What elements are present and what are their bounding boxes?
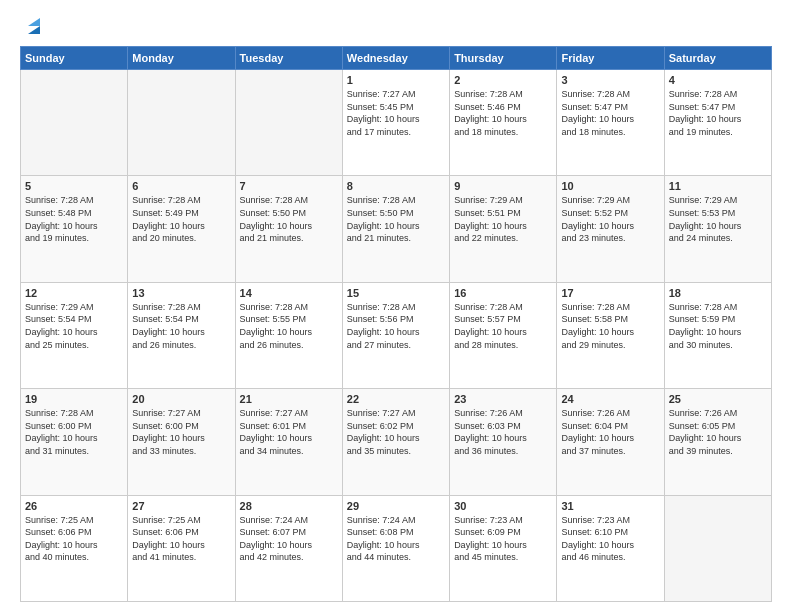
weekday-header-monday: Monday <box>128 47 235 70</box>
day-info: Sunrise: 7:24 AM Sunset: 6:07 PM Dayligh… <box>240 514 338 564</box>
day-info: Sunrise: 7:28 AM Sunset: 5:47 PM Dayligh… <box>561 88 659 138</box>
calendar-cell <box>235 70 342 176</box>
day-info: Sunrise: 7:26 AM Sunset: 6:03 PM Dayligh… <box>454 407 552 457</box>
calendar-cell: 29Sunrise: 7:24 AM Sunset: 6:08 PM Dayli… <box>342 495 449 601</box>
calendar-cell: 14Sunrise: 7:28 AM Sunset: 5:55 PM Dayli… <box>235 282 342 388</box>
calendar-cell <box>21 70 128 176</box>
logo-icon <box>22 16 44 38</box>
week-row-1: 5Sunrise: 7:28 AM Sunset: 5:48 PM Daylig… <box>21 176 772 282</box>
day-info: Sunrise: 7:25 AM Sunset: 6:06 PM Dayligh… <box>25 514 123 564</box>
day-info: Sunrise: 7:28 AM Sunset: 5:54 PM Dayligh… <box>132 301 230 351</box>
week-row-2: 12Sunrise: 7:29 AM Sunset: 5:54 PM Dayli… <box>21 282 772 388</box>
weekday-header-tuesday: Tuesday <box>235 47 342 70</box>
svg-marker-1 <box>28 18 40 26</box>
calendar-cell: 22Sunrise: 7:27 AM Sunset: 6:02 PM Dayli… <box>342 389 449 495</box>
calendar-cell: 23Sunrise: 7:26 AM Sunset: 6:03 PM Dayli… <box>450 389 557 495</box>
week-row-3: 19Sunrise: 7:28 AM Sunset: 6:00 PM Dayli… <box>21 389 772 495</box>
calendar-cell: 24Sunrise: 7:26 AM Sunset: 6:04 PM Dayli… <box>557 389 664 495</box>
calendar-cell: 5Sunrise: 7:28 AM Sunset: 5:48 PM Daylig… <box>21 176 128 282</box>
day-info: Sunrise: 7:24 AM Sunset: 6:08 PM Dayligh… <box>347 514 445 564</box>
calendar-cell <box>664 495 771 601</box>
day-info: Sunrise: 7:25 AM Sunset: 6:06 PM Dayligh… <box>132 514 230 564</box>
day-info: Sunrise: 7:27 AM Sunset: 6:01 PM Dayligh… <box>240 407 338 457</box>
day-number: 5 <box>25 180 123 192</box>
day-info: Sunrise: 7:28 AM Sunset: 5:46 PM Dayligh… <box>454 88 552 138</box>
calendar-cell: 10Sunrise: 7:29 AM Sunset: 5:52 PM Dayli… <box>557 176 664 282</box>
svg-marker-0 <box>28 26 40 34</box>
weekday-header-wednesday: Wednesday <box>342 47 449 70</box>
calendar-cell: 12Sunrise: 7:29 AM Sunset: 5:54 PM Dayli… <box>21 282 128 388</box>
day-number: 4 <box>669 74 767 86</box>
calendar-cell: 4Sunrise: 7:28 AM Sunset: 5:47 PM Daylig… <box>664 70 771 176</box>
calendar-cell: 16Sunrise: 7:28 AM Sunset: 5:57 PM Dayli… <box>450 282 557 388</box>
calendar-cell: 17Sunrise: 7:28 AM Sunset: 5:58 PM Dayli… <box>557 282 664 388</box>
day-info: Sunrise: 7:23 AM Sunset: 6:09 PM Dayligh… <box>454 514 552 564</box>
weekday-header-sunday: Sunday <box>21 47 128 70</box>
day-info: Sunrise: 7:27 AM Sunset: 6:00 PM Dayligh… <box>132 407 230 457</box>
calendar-cell: 13Sunrise: 7:28 AM Sunset: 5:54 PM Dayli… <box>128 282 235 388</box>
day-info: Sunrise: 7:28 AM Sunset: 5:50 PM Dayligh… <box>347 194 445 244</box>
week-row-4: 26Sunrise: 7:25 AM Sunset: 6:06 PM Dayli… <box>21 495 772 601</box>
calendar-cell: 9Sunrise: 7:29 AM Sunset: 5:51 PM Daylig… <box>450 176 557 282</box>
calendar-cell: 3Sunrise: 7:28 AM Sunset: 5:47 PM Daylig… <box>557 70 664 176</box>
day-number: 29 <box>347 500 445 512</box>
day-info: Sunrise: 7:28 AM Sunset: 5:49 PM Dayligh… <box>132 194 230 244</box>
day-number: 14 <box>240 287 338 299</box>
day-info: Sunrise: 7:28 AM Sunset: 5:48 PM Dayligh… <box>25 194 123 244</box>
day-info: Sunrise: 7:28 AM Sunset: 5:47 PM Dayligh… <box>669 88 767 138</box>
day-number: 10 <box>561 180 659 192</box>
day-info: Sunrise: 7:28 AM Sunset: 5:59 PM Dayligh… <box>669 301 767 351</box>
day-info: Sunrise: 7:29 AM Sunset: 5:54 PM Dayligh… <box>25 301 123 351</box>
day-number: 2 <box>454 74 552 86</box>
day-number: 27 <box>132 500 230 512</box>
day-info: Sunrise: 7:29 AM Sunset: 5:53 PM Dayligh… <box>669 194 767 244</box>
day-number: 1 <box>347 74 445 86</box>
day-info: Sunrise: 7:28 AM Sunset: 5:57 PM Dayligh… <box>454 301 552 351</box>
day-number: 13 <box>132 287 230 299</box>
week-row-0: 1Sunrise: 7:27 AM Sunset: 5:45 PM Daylig… <box>21 70 772 176</box>
calendar-cell: 18Sunrise: 7:28 AM Sunset: 5:59 PM Dayli… <box>664 282 771 388</box>
logo <box>20 16 44 38</box>
header <box>20 16 772 38</box>
calendar-cell: 21Sunrise: 7:27 AM Sunset: 6:01 PM Dayli… <box>235 389 342 495</box>
day-number: 7 <box>240 180 338 192</box>
day-number: 30 <box>454 500 552 512</box>
calendar-cell: 30Sunrise: 7:23 AM Sunset: 6:09 PM Dayli… <box>450 495 557 601</box>
day-number: 6 <box>132 180 230 192</box>
calendar-cell: 7Sunrise: 7:28 AM Sunset: 5:50 PM Daylig… <box>235 176 342 282</box>
day-number: 11 <box>669 180 767 192</box>
day-info: Sunrise: 7:23 AM Sunset: 6:10 PM Dayligh… <box>561 514 659 564</box>
day-number: 9 <box>454 180 552 192</box>
calendar-cell <box>128 70 235 176</box>
day-info: Sunrise: 7:29 AM Sunset: 5:51 PM Dayligh… <box>454 194 552 244</box>
day-number: 8 <box>347 180 445 192</box>
day-number: 24 <box>561 393 659 405</box>
calendar-cell: 27Sunrise: 7:25 AM Sunset: 6:06 PM Dayli… <box>128 495 235 601</box>
calendar-table: SundayMondayTuesdayWednesdayThursdayFrid… <box>20 46 772 602</box>
day-number: 3 <box>561 74 659 86</box>
day-info: Sunrise: 7:26 AM Sunset: 6:04 PM Dayligh… <box>561 407 659 457</box>
calendar-cell: 11Sunrise: 7:29 AM Sunset: 5:53 PM Dayli… <box>664 176 771 282</box>
day-number: 23 <box>454 393 552 405</box>
day-number: 15 <box>347 287 445 299</box>
calendar-cell: 20Sunrise: 7:27 AM Sunset: 6:00 PM Dayli… <box>128 389 235 495</box>
page: SundayMondayTuesdayWednesdayThursdayFrid… <box>0 0 792 612</box>
calendar-cell: 26Sunrise: 7:25 AM Sunset: 6:06 PM Dayli… <box>21 495 128 601</box>
day-number: 17 <box>561 287 659 299</box>
calendar-cell: 1Sunrise: 7:27 AM Sunset: 5:45 PM Daylig… <box>342 70 449 176</box>
day-info: Sunrise: 7:28 AM Sunset: 6:00 PM Dayligh… <box>25 407 123 457</box>
day-number: 28 <box>240 500 338 512</box>
weekday-header-thursday: Thursday <box>450 47 557 70</box>
day-info: Sunrise: 7:29 AM Sunset: 5:52 PM Dayligh… <box>561 194 659 244</box>
weekday-header-saturday: Saturday <box>664 47 771 70</box>
calendar-cell: 2Sunrise: 7:28 AM Sunset: 5:46 PM Daylig… <box>450 70 557 176</box>
calendar-cell: 31Sunrise: 7:23 AM Sunset: 6:10 PM Dayli… <box>557 495 664 601</box>
calendar-cell: 6Sunrise: 7:28 AM Sunset: 5:49 PM Daylig… <box>128 176 235 282</box>
weekday-header-friday: Friday <box>557 47 664 70</box>
calendar-cell: 28Sunrise: 7:24 AM Sunset: 6:07 PM Dayli… <box>235 495 342 601</box>
day-info: Sunrise: 7:28 AM Sunset: 5:50 PM Dayligh… <box>240 194 338 244</box>
day-info: Sunrise: 7:28 AM Sunset: 5:56 PM Dayligh… <box>347 301 445 351</box>
day-info: Sunrise: 7:28 AM Sunset: 5:55 PM Dayligh… <box>240 301 338 351</box>
day-info: Sunrise: 7:27 AM Sunset: 6:02 PM Dayligh… <box>347 407 445 457</box>
calendar-cell: 25Sunrise: 7:26 AM Sunset: 6:05 PM Dayli… <box>664 389 771 495</box>
